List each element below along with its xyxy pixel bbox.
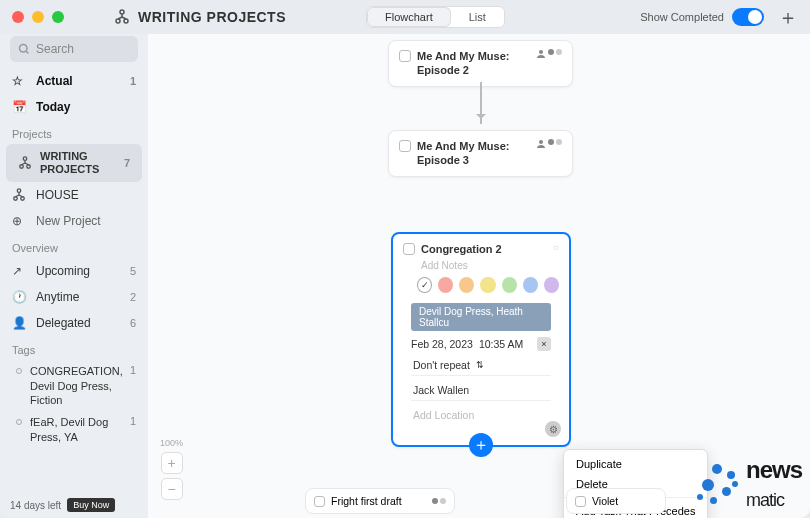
task-title: Fright first draft [331,495,402,507]
menu-duplicate[interactable]: Duplicate [564,454,707,474]
svg-point-5 [20,165,24,169]
color-purple[interactable] [544,277,559,293]
repeat-value: Don't repeat [413,359,470,371]
color-green[interactable] [502,277,517,293]
repeat-select[interactable]: Don't repeat ⇅ [411,355,551,376]
tag-bullet-icon [16,419,22,425]
sidebar-item-label: New Project [36,214,101,228]
plus-icon: ⊕ [12,214,28,228]
zoom-in-button[interactable]: + [161,452,183,474]
watermark-logo-icon [692,459,742,509]
show-completed-toggle[interactable] [732,8,764,26]
person-icon [536,139,546,149]
task-meta [536,49,562,59]
sidebar-tag-congregation[interactable]: CONGREGATION, Devil Dog Press, Fiction 1 [0,360,148,411]
sidebar-item-label: WRITING PROJECTS [40,150,124,176]
sidebar-item-actual[interactable]: ☆ Actual 1 [0,68,148,94]
tab-flowchart[interactable]: Flowchart [367,7,451,27]
clear-date-icon[interactable]: × [537,337,551,351]
flowchart-icon [18,156,32,170]
count-badge: 2 [130,291,136,303]
close-icon[interactable]: ○ [553,242,559,253]
titlebar: WRITING PROJECTS Flowchart List Show Com… [0,0,810,34]
checkbox[interactable] [399,50,411,62]
trial-days: 14 days left [10,500,61,511]
count-badge: 6 [130,317,136,329]
clock-icon: 🕐 [12,290,28,304]
task-card-violet[interactable]: Violet [566,488,666,514]
close-window-icon[interactable] [12,11,24,23]
star-icon: ☆ [12,74,28,88]
svg-point-10 [539,50,543,54]
svg-point-9 [21,197,25,201]
search-placeholder: Search [36,42,74,56]
checkbox[interactable] [575,496,586,507]
notes-input[interactable]: Add Notes [421,260,559,271]
date-value: Feb 28, 2023 [411,338,473,350]
sidebar-item-writing-projects[interactable]: WRITING PROJECTS 7 [6,144,142,182]
checkbox[interactable] [403,243,415,255]
task-title: Congregation 2 [421,242,553,256]
svg-point-1 [116,19,120,23]
add-button[interactable]: ＋ [778,4,798,31]
date-row[interactable]: Feb 28, 2023 10:35 AM × [411,337,551,351]
task-title: Violet [592,495,618,507]
task-meta [536,139,562,149]
chevron-updown-icon: ⇅ [476,360,484,370]
zoom-level: 100% [160,438,183,448]
search-input[interactable]: Search [10,36,138,62]
sidebar-item-label: HOUSE [36,188,79,202]
add-task-below-button[interactable]: ＋ [469,433,493,457]
checkbox[interactable] [314,496,325,507]
buy-now-button[interactable]: Buy Now [67,498,115,512]
watermark: newsmatic [692,456,802,512]
gear-icon[interactable]: ⚙ [545,421,561,437]
sidebar-item-label: Anytime [36,290,79,304]
time-value: 10:35 AM [479,338,523,350]
person-icon: 👤 [12,316,28,330]
location-input[interactable]: Add Location [411,405,551,425]
task-title: Me And My Muse: Episode 3 [417,139,530,168]
sidebar-item-label: CONGREGATION, Devil Dog Press, Fiction [30,364,130,407]
section-projects: Projects [0,120,148,144]
color-orange[interactable] [459,277,474,293]
task-card-ep3[interactable]: Me And My Muse: Episode 3 [388,130,573,177]
section-overview: Overview [0,234,148,258]
svg-point-8 [14,197,18,201]
color-yellow[interactable] [480,277,495,293]
svg-point-3 [20,45,28,53]
color-none[interactable]: ✓ [417,277,432,293]
tag-pill[interactable]: Devil Dog Press, Heath Stallcu [411,303,551,331]
calendar-icon: 📅 [12,100,28,114]
checkbox[interactable] [399,140,411,152]
color-picker: ✓ [417,277,559,293]
connector-arrow [480,82,482,124]
task-card-fright[interactable]: Fright first draft [305,488,455,514]
sidebar-item-delegated[interactable]: 👤 Delegated 6 [0,310,148,336]
assignee-field[interactable]: Jack Wallen [411,380,551,401]
sidebar-item-label: Actual [36,74,73,88]
flowchart-icon [12,188,28,202]
maximize-window-icon[interactable] [52,11,64,23]
canvas[interactable]: Me And My Muse: Episode 2 Me And My Muse… [148,34,810,518]
sidebar-item-anytime[interactable]: 🕐 Anytime 2 [0,284,148,310]
sidebar-item-today[interactable]: 📅 Today [0,94,148,120]
sidebar-item-label: Upcoming [36,264,90,278]
task-card-congregation[interactable]: Congregation 2 ○ Add Notes ✓ Devil Dog P… [391,232,571,447]
sidebar-item-house[interactable]: HOUSE [0,182,148,208]
sidebar-item-upcoming[interactable]: ↗ Upcoming 5 [0,258,148,284]
color-blue[interactable] [523,277,538,293]
color-red[interactable] [438,277,453,293]
zoom-out-button[interactable]: − [161,478,183,500]
sidebar-item-label: fEaR, Devil Dog Press, YA [30,415,130,444]
count-badge: 1 [130,75,136,87]
svg-point-6 [27,165,31,169]
new-project-button[interactable]: ⊕ New Project [0,208,148,234]
sidebar-tag-fear[interactable]: fEaR, Devil Dog Press, YA 1 [0,411,148,448]
tab-list[interactable]: List [451,7,504,27]
svg-point-0 [120,10,124,14]
person-icon [536,49,546,59]
page-title: WRITING PROJECTS [138,9,286,25]
minimize-window-icon[interactable] [32,11,44,23]
task-card-ep2[interactable]: Me And My Muse: Episode 2 [388,40,573,87]
